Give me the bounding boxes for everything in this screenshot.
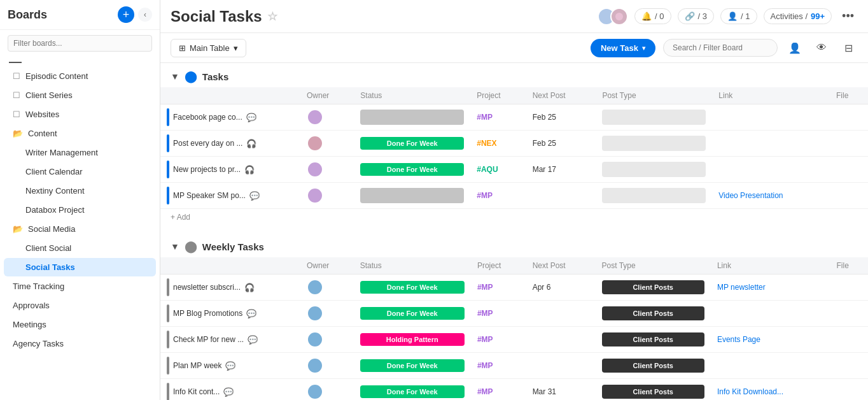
eye-filter-button[interactable]: 👁 bbox=[812, 38, 831, 57]
link-value[interactable]: Events Page bbox=[717, 335, 760, 344]
search-filter-input[interactable] bbox=[663, 39, 778, 57]
sidebar-item-meetings[interactable]: Meetings bbox=[4, 315, 156, 334]
headphone-icon[interactable]: 🎧 bbox=[244, 165, 255, 175]
notifications-stat[interactable]: 🔔 / 0 bbox=[634, 8, 671, 24]
sidebar-item-writer-management[interactable]: Writer Management bbox=[4, 143, 156, 162]
status-badge: Holding Pattern bbox=[360, 333, 465, 346]
link-cell[interactable] bbox=[712, 104, 830, 131]
sidebar-item-client-social[interactable]: Client Social bbox=[4, 239, 156, 257]
weekly-table-header-row: Owner Status Project Next Post Post Type… bbox=[160, 257, 868, 275]
owner-cell bbox=[300, 104, 354, 131]
status-cell[interactable] bbox=[354, 104, 470, 131]
sidebar-item-agency-tasks[interactable]: Agency Tasks bbox=[4, 334, 156, 353]
post-type-empty bbox=[602, 162, 706, 177]
sidebar-item-client-calendar[interactable]: Client Calendar bbox=[4, 162, 156, 181]
comment-icon[interactable]: 💬 bbox=[246, 309, 256, 318]
status-cell[interactable]: Done For Week bbox=[354, 131, 470, 157]
task-name-cell[interactable]: New projects to pr...🎧 bbox=[160, 157, 300, 183]
links-count: / 3 bbox=[698, 11, 707, 21]
status-cell[interactable] bbox=[354, 183, 470, 209]
next-post-cell: Mar 17 bbox=[526, 157, 596, 183]
col-link: Link bbox=[712, 87, 830, 104]
link-cell[interactable]: MP newsletter bbox=[711, 275, 830, 301]
users-stat[interactable]: 👤 / 1 bbox=[720, 8, 757, 24]
task-name-cell[interactable]: Facebook page co...💬 bbox=[160, 104, 300, 131]
status-cell[interactable]: Done For Week bbox=[354, 275, 471, 301]
status-cell[interactable]: Done For Week bbox=[354, 353, 471, 379]
tasks-table-header-row: Owner Status Project Next Post Post Type… bbox=[160, 87, 868, 104]
col-next-post: Next Post bbox=[526, 87, 596, 104]
folder-icon: ☐ bbox=[13, 110, 20, 119]
link-value[interactable]: Info Kit Download... bbox=[717, 387, 783, 396]
status-cell[interactable]: Done For Week bbox=[354, 379, 471, 401]
table-row: Plan MP week💬Done For Week#MPClient Post… bbox=[160, 353, 868, 379]
col-task-name bbox=[160, 87, 300, 104]
sidebar-item-social-tasks[interactable]: Social Tasks bbox=[4, 258, 156, 276]
group-collapse-icon[interactable]: ▼ bbox=[171, 241, 179, 252]
link-value[interactable]: MP newsletter bbox=[717, 283, 766, 292]
link-cell[interactable] bbox=[711, 301, 830, 327]
sidebar-item-client-series[interactable]: ☐ Client Series bbox=[4, 86, 156, 104]
sidebar-item-social-media[interactable]: 📂 Social Media bbox=[4, 220, 156, 238]
sidebar-item-label: Writer Management bbox=[25, 148, 98, 157]
task-name-cell[interactable]: Info Kit cont...💬 bbox=[160, 379, 300, 401]
link-value[interactable]: Video Presentation bbox=[718, 191, 783, 200]
file-cell bbox=[830, 379, 868, 401]
group-collapse-icon[interactable]: ▼ bbox=[171, 71, 179, 82]
add-board-button[interactable]: + bbox=[118, 6, 134, 23]
comment-icon[interactable]: 💬 bbox=[225, 361, 235, 371]
link-cell[interactable]: Video Presentation bbox=[712, 183, 830, 209]
sidebar-item-websites[interactable]: ☐ Websites bbox=[4, 105, 156, 124]
status-cell[interactable]: Done For Week bbox=[354, 301, 471, 327]
filter-boards-input[interactable] bbox=[8, 35, 152, 52]
sidebar-item-content[interactable]: 📂 Content bbox=[4, 124, 156, 143]
sidebar-header-actions: + ‹ bbox=[118, 6, 152, 23]
sidebar-item-databox-project[interactable]: Databox Project bbox=[4, 201, 156, 219]
add-task-button[interactable]: + Add bbox=[160, 209, 868, 225]
task-name-cell[interactable]: MP Speaker SM po...💬 bbox=[160, 183, 300, 209]
comment-icon[interactable]: 💬 bbox=[246, 113, 256, 122]
post-type-cell: Client Posts bbox=[596, 379, 711, 401]
link-cell[interactable]: Info Kit Download... bbox=[711, 379, 830, 401]
comment-icon[interactable]: 💬 bbox=[249, 191, 260, 201]
sidebar-item-label: Content bbox=[28, 129, 57, 138]
avatar-group bbox=[598, 8, 628, 25]
board-title: Social Tasks bbox=[171, 8, 262, 25]
status-cell[interactable]: Holding Pattern bbox=[354, 327, 471, 353]
task-color-bar bbox=[167, 108, 169, 126]
sidebar-item-nextiny-content[interactable]: Nextiny Content bbox=[4, 182, 156, 200]
link-cell[interactable] bbox=[712, 131, 830, 157]
task-name-cell[interactable]: newsletter subscri...🎧 bbox=[160, 275, 300, 301]
sidebar-item-label: Nextiny Content bbox=[25, 186, 85, 196]
links-stat[interactable]: 🔗 / 3 bbox=[678, 8, 714, 24]
link-icon: 🔗 bbox=[685, 11, 695, 21]
comment-icon[interactable]: 💬 bbox=[223, 387, 234, 397]
status-cell[interactable]: Done For Week bbox=[354, 157, 470, 183]
task-name-cell[interactable]: Post every day on ...🎧 bbox=[160, 131, 300, 157]
headphone-icon[interactable]: 🎧 bbox=[246, 139, 256, 148]
more-options-button[interactable]: ••• bbox=[838, 8, 858, 24]
link-cell[interactable] bbox=[712, 157, 830, 183]
link-cell[interactable]: Events Page bbox=[711, 327, 830, 353]
sidebar-item-episodic-content[interactable]: ☐ Episodic Content bbox=[4, 67, 156, 85]
table-selector[interactable]: ⊞ Main Table ▾ bbox=[171, 39, 246, 57]
new-task-button[interactable]: New Task ▾ bbox=[591, 39, 655, 57]
users-count: / 1 bbox=[741, 11, 750, 21]
star-icon[interactable]: ☆ bbox=[267, 10, 277, 24]
link-cell[interactable] bbox=[711, 353, 830, 379]
task-color-bar bbox=[167, 134, 169, 152]
task-name-cell[interactable]: Plan MP week💬 bbox=[160, 353, 300, 379]
filter-button[interactable]: ⊟ bbox=[839, 38, 858, 57]
task-name-cell[interactable]: MP Blog Promotions💬 bbox=[160, 301, 300, 327]
person-filter-button[interactable]: 👤 bbox=[785, 38, 804, 57]
comment-icon[interactable]: 💬 bbox=[248, 335, 258, 345]
avatar bbox=[307, 383, 323, 400]
activities-stat[interactable]: Activities / 99+ bbox=[764, 8, 832, 24]
task-name-cell[interactable]: Check MP for new ...💬 bbox=[160, 327, 300, 353]
weekly-tasks-group-header: ▼ ⬤ Weekly Tasks bbox=[160, 233, 868, 257]
file-cell bbox=[830, 275, 868, 301]
headphone-icon[interactable]: 🎧 bbox=[244, 283, 255, 292]
sidebar-item-time-tracking[interactable]: Time Tracking bbox=[4, 277, 156, 296]
sidebar-item-approvals[interactable]: Approvals bbox=[4, 296, 156, 315]
collapse-sidebar-button[interactable]: ‹ bbox=[138, 8, 152, 22]
